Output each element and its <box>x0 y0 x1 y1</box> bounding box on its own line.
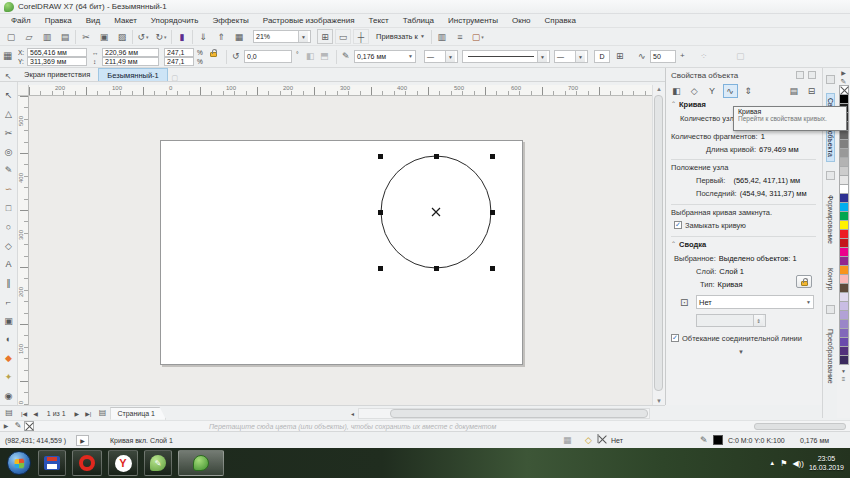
docker-tab-transform[interactable]: Преобразование <box>827 323 834 390</box>
shape-tool[interactable]: △ <box>1 105 16 124</box>
menu-tools[interactable]: Инструменты <box>441 15 505 26</box>
fill-tool[interactable]: ◆ <box>1 349 16 368</box>
hscroll-left-icon[interactable]: ◂ <box>348 410 357 417</box>
menu-text[interactable]: Текст <box>362 15 396 26</box>
docpalette-scrollbar[interactable] <box>754 423 846 430</box>
snap-to-dropdown[interactable]: Привязать к ▼ <box>376 32 425 41</box>
start-arrowhead-combo[interactable]: —▼ <box>424 50 458 63</box>
add-page-icon[interactable]: ▤ <box>0 409 18 417</box>
palette-expand-icon[interactable]: ≡ <box>842 375 846 383</box>
palette-scroll-down-icon[interactable]: ▼ <box>841 367 846 375</box>
curve-properties-icon[interactable]: ∿ <box>723 84 738 98</box>
curve-section-header[interactable]: ⌃ Кривая <box>671 100 706 109</box>
zoom-tool[interactable]: ◎ <box>1 142 16 161</box>
interactive-fill-tool[interactable]: ◉ <box>1 386 16 405</box>
y-position-field[interactable]: 311,369 мм <box>27 57 87 66</box>
tab-document[interactable]: Безымянный-1 <box>98 68 168 81</box>
transparency-tool[interactable]: ◐ <box>1 330 16 349</box>
search-content-icon[interactable]: ▮ <box>174 29 190 44</box>
end-arrowhead-combo[interactable]: —▼ <box>554 50 588 63</box>
scroll-properties-icon[interactable]: ⊟ <box>804 84 819 98</box>
menu-help[interactable]: Справка <box>538 15 583 26</box>
docker-close-icon[interactable] <box>808 71 816 79</box>
scale-x-field[interactable]: 247,1 <box>164 48 194 57</box>
menu-effects[interactable]: Эффекты <box>205 15 255 26</box>
new-document-icon[interactable]: ▢ <box>3 29 19 44</box>
smoothing-field[interactable]: 50 <box>650 50 676 63</box>
menu-file[interactable]: Файл <box>4 15 38 26</box>
page-tab[interactable]: Страница 1 <box>110 407 166 420</box>
undo-icon[interactable]: ↺▾ <box>135 29 151 44</box>
drop-shadow-tool[interactable]: ▣ <box>1 311 16 330</box>
start-button[interactable] <box>7 451 31 475</box>
connector-tool[interactable]: ⌐ <box>1 292 16 311</box>
scroll-down-icon[interactable]: ▼ <box>656 398 662 404</box>
taskbar-coreldraw-button[interactable] <box>178 450 224 476</box>
transparency-properties-icon[interactable]: Y <box>705 84 720 98</box>
vertical-ruler[interactable]: 500 400 300 200 100 0 <box>18 96 29 405</box>
taskbar-corel-photo-button[interactable]: ✎ <box>144 450 172 476</box>
zoom-level-combo[interactable]: 21% ▼ <box>253 30 311 43</box>
outline-properties-icon[interactable]: ◇ <box>687 84 702 98</box>
menu-table[interactable]: Таблица <box>396 15 441 26</box>
next-page-icon[interactable]: ▶ <box>72 410 83 417</box>
menu-layout[interactable]: Макет <box>107 15 144 26</box>
ruler-origin-corner[interactable] <box>18 85 29 96</box>
horizontal-ruler[interactable]: 200 100 0 100 200 300 400 500 600 700 <box>29 85 652 96</box>
redo-icon[interactable]: ↻▾ <box>153 29 169 44</box>
layout-list-icon[interactable]: ≡ <box>452 29 468 44</box>
rectangle-tool[interactable]: □ <box>1 199 16 218</box>
import-icon[interactable]: ⇓ <box>195 29 211 44</box>
menu-edit[interactable]: Правка <box>38 15 79 26</box>
docpalette-no-color-swatch[interactable] <box>24 421 34 431</box>
fill-properties-icon[interactable]: ◧ <box>669 84 684 98</box>
artistic-media-tool[interactable]: ∽ <box>1 180 16 199</box>
fill-none-swatch[interactable] <box>597 434 599 443</box>
freehand-tool[interactable]: ✎ <box>1 161 16 180</box>
selected-circle-object[interactable] <box>29 96 652 405</box>
horizontal-scrollbar-thumb[interactable] <box>390 409 648 418</box>
open-properties-icon[interactable]: ▢ <box>736 52 745 61</box>
wrap-line-row[interactable]: ✓ Обтекание соединительной линии <box>671 334 802 343</box>
dimension-tool[interactable]: ∥ <box>1 274 16 293</box>
paste-icon[interactable]: ▨ <box>114 29 130 44</box>
tab-welcome-screen[interactable]: Экран приветствия <box>16 68 98 81</box>
lock-object-button[interactable] <box>796 275 812 288</box>
open-icon[interactable]: ▱ <box>21 29 37 44</box>
crop-tool[interactable]: ✂ <box>1 124 16 143</box>
scroll-up-icon[interactable]: ▲ <box>656 86 662 92</box>
panel-expand-icon[interactable]: ▼ <box>738 349 744 355</box>
wrap-text-icon[interactable]: ⊞ <box>616 52 624 61</box>
x-position-field[interactable]: 565,416 мм <box>27 48 87 57</box>
options-icon[interactable]: ▥ <box>434 29 450 44</box>
taskbar-clock[interactable]: 23:05 16.03.2019 <box>809 454 844 472</box>
docker-tab-shaping[interactable]: Формирование <box>827 189 834 250</box>
color-swatch[interactable] <box>839 355 849 365</box>
scale-y-field[interactable]: 247,1 <box>164 57 194 66</box>
show-rulers-icon[interactable]: ▭ <box>335 29 351 44</box>
no-color-swatch[interactable] <box>839 85 849 95</box>
status-play-icon[interactable]: ▶ <box>76 435 89 446</box>
mirror-horizontal-icon[interactable]: ◧ <box>306 52 315 61</box>
mirror-vertical-icon[interactable]: ⬒ <box>320 52 329 61</box>
action-center-flag-icon[interactable]: ⚑ <box>780 459 787 468</box>
taskbar-yandex-button[interactable]: Y <box>108 450 138 476</box>
ellipse-tool[interactable]: ○ <box>1 217 16 236</box>
cut-icon[interactable]: ✂ <box>78 29 94 44</box>
line-style-combo[interactable]: ▼ <box>462 50 550 63</box>
show-hidden-icons-icon[interactable]: ▲ <box>769 460 775 466</box>
object-width-field[interactable]: 220,96 мм <box>102 48 159 57</box>
chevron-down-icon[interactable]: ▼ <box>298 31 308 42</box>
color-eyedropper-tool[interactable]: ✦ <box>1 367 16 386</box>
add-page-icon[interactable]: ▤ <box>94 409 110 417</box>
text-tool[interactable]: А <box>1 255 16 274</box>
taskbar-file-manager-button[interactable] <box>38 450 66 476</box>
summary-toggle-icon[interactable]: ▤ <box>786 84 801 98</box>
object-height-field[interactable]: 211,49 мм <box>102 57 159 66</box>
outline-width-combo[interactable]: 0,176 мм ▼ <box>354 50 416 63</box>
close-curve-checkbox[interactable]: ✓ <box>674 221 682 229</box>
speaker-icon[interactable]: ◀)) <box>792 459 803 468</box>
docpalette-flyout-icon[interactable]: ▶ <box>0 423 12 429</box>
menu-bitmaps[interactable]: Растровые изображения <box>256 15 362 26</box>
lock-ratio-icon[interactable] <box>210 52 217 57</box>
